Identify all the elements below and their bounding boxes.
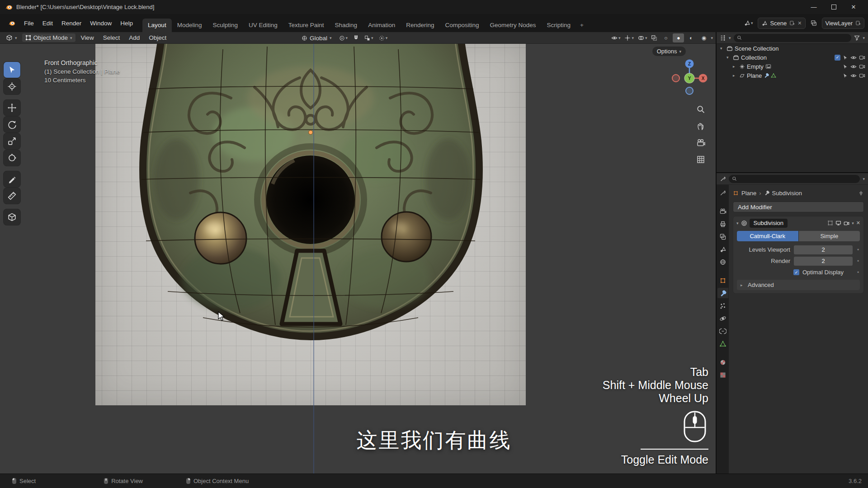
outliner-search-input[interactable]	[734, 34, 852, 42]
eye-icon[interactable]	[850, 73, 857, 79]
render-input[interactable]: 2	[794, 257, 853, 266]
menu-render[interactable]: Render	[57, 18, 85, 28]
xray-toggle[interactable]	[650, 34, 659, 42]
edit-mode-display-icon[interactable]	[827, 220, 833, 226]
tool-measure[interactable]	[4, 188, 20, 204]
shading-solid-button[interactable]: ●	[673, 33, 684, 42]
transform-orientation-selector[interactable]: Global	[298, 34, 335, 42]
expand-icon[interactable]	[720, 46, 725, 51]
tool-annotate[interactable]	[4, 171, 20, 187]
expand-icon[interactable]	[733, 64, 737, 69]
tab-material[interactable]	[717, 357, 728, 367]
maximize-button[interactable]	[824, 0, 844, 14]
viewport-menu-add[interactable]: Add	[125, 33, 143, 42]
tool-select-box[interactable]	[4, 62, 20, 78]
tool-move[interactable]	[4, 100, 20, 116]
outliner-row-empty[interactable]: Empty	[717, 62, 868, 71]
scene-browse-button[interactable]	[742, 19, 755, 27]
viewport-menu-select[interactable]: Select	[99, 33, 124, 42]
workspace-tab-layout[interactable]: Layout	[142, 19, 172, 32]
tab-particles[interactable]	[717, 300, 728, 311]
shading-wireframe-button[interactable]: ○	[660, 33, 671, 42]
eye-icon[interactable]	[850, 64, 857, 70]
outliner-editor-icon[interactable]	[720, 35, 726, 41]
tool-transform[interactable]	[4, 150, 20, 166]
levels-viewport-input[interactable]: 2	[794, 245, 853, 254]
snap-toggle[interactable]	[352, 34, 360, 42]
zoom-button[interactable]	[695, 103, 707, 115]
shading-rendered-button[interactable]: ◉	[698, 33, 709, 42]
render-camera-icon[interactable]	[859, 55, 865, 60]
workspace-tab-texture-paint[interactable]: Texture Paint	[283, 19, 330, 32]
tab-physics[interactable]	[717, 313, 728, 324]
shading-material-button[interactable]: ◐	[685, 33, 697, 42]
tab-view-layer[interactable]	[717, 231, 728, 242]
workspace-tab-geometry-nodes[interactable]: Geometry Nodes	[485, 19, 542, 32]
workspace-tab-animation[interactable]: Animation	[363, 19, 401, 32]
viewlayer-browse-button[interactable]	[809, 19, 818, 27]
scene-selector[interactable]: Scene	[758, 18, 805, 29]
realtime-display-icon[interactable]	[835, 220, 841, 226]
tab-texture[interactable]	[717, 370, 728, 380]
selectable-icon[interactable]	[843, 73, 848, 79]
editor-type-button[interactable]	[3, 33, 20, 42]
tab-modifiers[interactable]	[717, 288, 728, 298]
breadcrumb-object[interactable]: Plane	[741, 190, 756, 197]
workspace-tab-shading[interactable]: Shading	[330, 19, 363, 32]
outliner-row-collection[interactable]: Collection	[717, 53, 868, 62]
camera-view-button[interactable]	[695, 137, 707, 149]
viewport-3d[interactable]: Front Orthographic (1) Scene Collection …	[0, 44, 716, 474]
orthographic-toggle-button[interactable]	[695, 154, 707, 165]
view-layer-selector[interactable]: ViewLayer	[822, 18, 864, 29]
tab-object-data[interactable]	[717, 338, 728, 349]
advanced-section-header[interactable]: Advanced	[737, 280, 860, 290]
menu-edit[interactable]: Edit	[38, 18, 57, 28]
selectable-icon[interactable]	[843, 55, 848, 61]
tool-cursor[interactable]	[4, 79, 20, 94]
tab-constraints[interactable]	[717, 326, 728, 336]
expand-icon[interactable]	[726, 55, 731, 60]
mode-selector[interactable]: Object Mode	[22, 33, 75, 42]
delete-modifier-icon[interactable]	[856, 220, 860, 226]
tab-render[interactable]	[717, 206, 728, 216]
workspace-tab-scripting[interactable]: Scripting	[542, 19, 576, 32]
tool-options-button[interactable]: Options	[652, 47, 686, 56]
tab-output[interactable]	[717, 219, 728, 229]
animate-dot-icon[interactable]	[856, 269, 860, 276]
chevron-down-icon[interactable]	[863, 36, 865, 40]
menu-file[interactable]: File	[20, 18, 38, 28]
workspace-tab-uv-editing[interactable]: UV Editing	[243, 19, 283, 32]
tool-scale[interactable]	[4, 133, 20, 149]
chevron-down-icon[interactable]	[863, 177, 865, 181]
show-overlays-toggle[interactable]	[637, 34, 649, 42]
render-display-icon[interactable]	[844, 221, 849, 226]
tab-scene[interactable]	[717, 244, 728, 254]
pin-icon[interactable]	[858, 190, 864, 196]
collection-checkbox[interactable]	[835, 55, 840, 61]
eye-icon[interactable]	[850, 55, 857, 61]
proportional-edit-toggle[interactable]	[377, 34, 389, 42]
catmull-clark-button[interactable]: Catmull-Clark	[737, 231, 798, 241]
properties-editor-icon[interactable]	[720, 176, 726, 182]
animate-dot-icon[interactable]	[856, 247, 860, 253]
render-camera-icon[interactable]	[859, 64, 865, 69]
workspace-tab-compositing[interactable]: Compositing	[439, 19, 484, 32]
simple-button[interactable]: Simple	[799, 231, 860, 241]
chevron-down-icon[interactable]	[729, 36, 731, 40]
outliner-row-plane[interactable]: Plane	[717, 71, 868, 80]
modifier-name-field[interactable]: Subdivision	[750, 219, 788, 228]
filter-icon[interactable]	[854, 35, 860, 41]
viewport-menu-object[interactable]: Object	[145, 33, 170, 42]
properties-search-input[interactable]	[729, 175, 860, 183]
outliner-row-scene-collection[interactable]: Scene Collection	[717, 44, 868, 53]
minimize-button[interactable]	[804, 0, 824, 14]
pivot-point-selector[interactable]	[338, 34, 349, 42]
new-view-layer-icon[interactable]	[855, 20, 861, 26]
navigation-gizmo[interactable]: Z X Y	[670, 56, 709, 96]
breadcrumb-modifier[interactable]: Subdivision	[772, 190, 802, 197]
tool-rotate[interactable]	[4, 117, 20, 132]
shading-dropdown-icon[interactable]	[711, 36, 713, 40]
close-button[interactable]	[844, 0, 863, 14]
pan-button[interactable]	[695, 120, 707, 132]
workspace-tab-modeling[interactable]: Modeling	[172, 19, 208, 32]
